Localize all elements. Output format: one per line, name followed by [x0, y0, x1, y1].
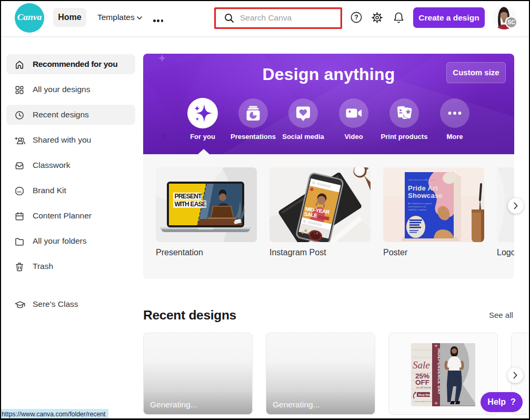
svg-text:on all items: on all items — [416, 386, 431, 389]
svg-text:PRESENT: PRESENT — [175, 193, 203, 200]
svg-text:Shop Now: Shop Now — [418, 393, 432, 396]
svg-text:?: ? — [354, 14, 358, 21]
svg-text:Cyban Museum of Art Lorem: Cyban Museum of Art Lorem — [408, 178, 435, 181]
svg-text:co.: co. — [17, 189, 22, 193]
svg-text:Pride Art: Pride Art — [408, 184, 438, 192]
svg-text:OFF: OFF — [415, 378, 429, 386]
svg-text:An exhibition to support: An exhibition to support — [407, 202, 432, 205]
svg-text:LGBTQI+ students: LGBTQI+ students — [408, 208, 427, 211]
svg-text:and showcase our: and showcase our — [408, 205, 426, 208]
svg-text:WITH EASE: WITH EASE — [175, 201, 206, 208]
svg-text:Showcase: Showcase — [408, 192, 443, 199]
svg-text:Sale: Sale — [413, 359, 430, 371]
